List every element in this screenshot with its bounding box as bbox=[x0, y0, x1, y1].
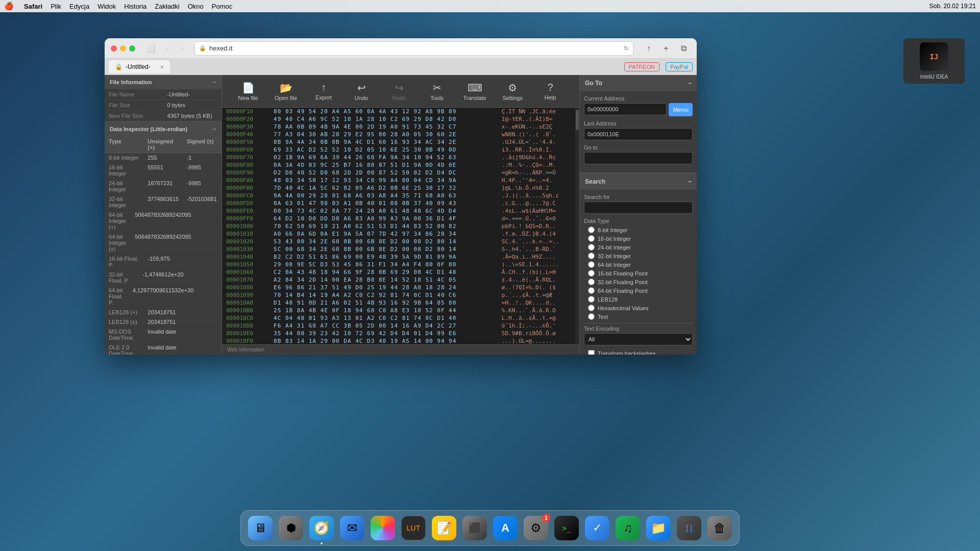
transform-backslashes-row[interactable]: Transform backslashes bbox=[584, 348, 693, 355]
radio-8bit-input[interactable] bbox=[588, 227, 595, 233]
export-button[interactable]: ↑ Export bbox=[306, 77, 341, 106]
radio-16float-input[interactable] bbox=[588, 270, 595, 277]
hex-bytes[interactable]: 49 40 C4 A6 9C 52 10 1A 28 10 C2 69 29 D… bbox=[272, 115, 500, 123]
minimize-button[interactable] bbox=[120, 45, 126, 52]
file-info-collapse[interactable]: − bbox=[212, 78, 216, 86]
radio-hex[interactable]: Hexadecimal Values bbox=[584, 304, 693, 312]
radio-32bit[interactable]: 32-bit Integer bbox=[584, 252, 693, 260]
sidebar-toggle-button[interactable]: ⬜ bbox=[143, 41, 158, 56]
hex-bytes[interactable]: C2 0A 43 48 18 94 66 9F 28 0B 69 29 08 4… bbox=[272, 268, 500, 276]
hex-bytes[interactable]: 53 43 00 34 2E 60 8B 00 6B 8E D2 00 08 D… bbox=[272, 238, 500, 245]
hex-bytes[interactable]: 0A 63 01 47 98 03 A1 0B 40 01 08 0B 37 4… bbox=[272, 199, 500, 207]
hex-bytes[interactable]: 25 1B 8A 4B 4E 0F 18 94 60 C0 A8 E3 10 5… bbox=[272, 307, 500, 314]
hex-bytes[interactable]: 00 34 73 4C 02 8A 77 24 28 A0 61 48 48 6… bbox=[272, 207, 500, 215]
radio-32bit-input[interactable] bbox=[588, 253, 595, 259]
radio-text[interactable]: Text bbox=[584, 312, 693, 321]
hex-bytes[interactable]: 02 1B 9A 69 6A 39 44 26 68 FA 9A 34 10 9… bbox=[272, 154, 500, 161]
apple-menu[interactable]: 🍎 bbox=[4, 2, 14, 11]
radio-leb128-input[interactable] bbox=[588, 296, 595, 303]
close-button[interactable] bbox=[111, 45, 117, 52]
tabs-overview-button[interactable]: ⧉ bbox=[676, 41, 691, 56]
paypal-button[interactable]: PayPal bbox=[666, 62, 693, 71]
hex-scroll-thumb[interactable] bbox=[576, 110, 579, 130]
hex-bytes[interactable]: A2 84 34 2D 14 00 EA 28 B0 8E 14 52 18 5… bbox=[272, 276, 500, 284]
search-input[interactable] bbox=[584, 202, 693, 214]
hex-bytes[interactable]: E6 96 86 21 37 51 49 D0 25 19 44 28 A0 1… bbox=[272, 284, 500, 291]
data-inspector-little-header[interactable]: Data Inspector (Little-endian) − bbox=[105, 122, 222, 136]
hex-bytes[interactable]: 77 A3 04 30 AB 28 29 E2 95 80 28 A0 05 3… bbox=[272, 131, 500, 138]
maximize-button[interactable] bbox=[129, 45, 135, 52]
back-button[interactable]: ‹ bbox=[162, 42, 174, 55]
dock-finder[interactable]: 🖥 bbox=[246, 514, 275, 542]
new-tab-button[interactable]: + bbox=[659, 41, 673, 56]
redo-button[interactable]: ↪ Redo bbox=[381, 77, 417, 106]
hex-bytes[interactable]: 0B 9A 4A 34 0B 8B 9A 4C D1 60 16 93 34 A… bbox=[272, 138, 500, 146]
hex-bytes[interactable]: D1 48 91 0D 21 A6 02 51 4B 93 16 92 9B 6… bbox=[272, 299, 500, 307]
menu-plik[interactable]: Plik bbox=[51, 3, 61, 10]
hex-bytes[interactable]: 0A 3A 4D 03 9C 25 B7 16 88 87 51 D1 9A 0… bbox=[272, 161, 500, 169]
hex-bytes[interactable]: 48 03 34 50 17 12 93 34 C0 99 A4 00 04 C… bbox=[272, 177, 500, 184]
hex-bytes[interactable]: 70 14 B4 14 19 A4 A2 C0 C2 92 81 74 0C D… bbox=[272, 291, 500, 299]
hex-bytes[interactable]: 4C 04 48 01 93 A3 13 01 A2 C0 C2 81 74 0… bbox=[272, 314, 500, 322]
menu-widok[interactable]: Widok bbox=[97, 3, 116, 10]
menu-pomoc[interactable]: Pomoc bbox=[212, 3, 232, 10]
radio-64bit[interactable]: 64-bit Integer bbox=[584, 260, 693, 269]
radio-hex-input[interactable] bbox=[588, 305, 595, 311]
tools-button[interactable]: ✂ Tools bbox=[419, 77, 455, 106]
settings-button[interactable]: ⚙ Settings bbox=[495, 77, 530, 106]
app-name[interactable]: Safari bbox=[24, 3, 42, 10]
hex-bytes[interactable]: 82 C2 D2 51 61 86 69 00 E9 48 39 5A 9D 8… bbox=[272, 253, 500, 261]
radio-8bit[interactable]: 8-bit Integer bbox=[584, 226, 693, 234]
open-file-button[interactable]: 📂 Open file bbox=[268, 77, 304, 106]
dock-ticktick[interactable]: ✓ bbox=[583, 514, 611, 542]
radio-leb128[interactable]: LEB128 bbox=[584, 295, 693, 304]
dock-scripts[interactable]: ⬛ bbox=[460, 514, 489, 542]
patreon-button[interactable]: PATREON bbox=[624, 62, 660, 71]
address-bar[interactable]: 🔒 hexed.it ↻ bbox=[194, 41, 633, 56]
memo-button[interactable]: Memo bbox=[669, 103, 693, 116]
undo-button[interactable]: ↩ Undo bbox=[344, 77, 379, 106]
dock-code[interactable]: [ ] bbox=[675, 514, 703, 542]
dock-notes[interactable]: 📝 bbox=[430, 514, 458, 542]
dock-spotify[interactable]: ♫ bbox=[614, 514, 642, 542]
radio-64float-input[interactable] bbox=[588, 287, 595, 294]
hex-bytes[interactable]: 8B 83 14 1A 29 00 DA 4C D3 40 19 A5 14 0… bbox=[272, 337, 500, 344]
help-button[interactable]: ? Help bbox=[532, 77, 568, 106]
hex-bytes[interactable]: 7D 40 4C 1A 5C 62 82 05 A6 D2 0B 6E 25 3… bbox=[272, 184, 500, 192]
radio-64bit-input[interactable] bbox=[588, 261, 595, 268]
hex-bytes[interactable]: 5C 00 68 34 2E 60 8B 00 6B 8E D2 00 08 D… bbox=[272, 245, 500, 253]
search-collapse[interactable]: − bbox=[688, 178, 692, 185]
dock-appstore[interactable]: A bbox=[491, 514, 520, 542]
dock-mail[interactable]: ✉ bbox=[338, 514, 366, 542]
transform-backslashes-checkbox[interactable] bbox=[588, 350, 595, 355]
hex-bytes[interactable]: A0 66 8A 6D 0A E1 9A 5A 07 7D 42 97 34 8… bbox=[272, 230, 500, 238]
hex-bytes[interactable]: 70 62 50 69 10 21 A0 62 51 53 D1 44 83 5… bbox=[272, 222, 500, 230]
refresh-button[interactable]: ↻ bbox=[624, 45, 629, 52]
dock-launchpad[interactable]: ⬢ bbox=[277, 514, 305, 542]
radio-24bit[interactable]: 24-bit Integer bbox=[584, 243, 693, 252]
hex-bytes[interactable]: 80 03 49 54 20 A4 A5 60 0A 4A 43 12 92 A… bbox=[272, 108, 500, 115]
text-encoding-select[interactable]: All bbox=[584, 333, 693, 345]
goto-collapse[interactable]: − bbox=[688, 80, 692, 87]
hex-bytes[interactable]: 35 44 08 39 23 42 18 72 69 42 D4 D4 01 D… bbox=[272, 330, 500, 337]
dock-safari[interactable]: 🧭 bbox=[307, 514, 336, 542]
dock-lut[interactable]: LUT bbox=[399, 514, 428, 542]
current-address-input[interactable] bbox=[584, 103, 667, 115]
hex-scrollbar[interactable] bbox=[575, 108, 579, 344]
menu-historia[interactable]: Historia bbox=[124, 3, 146, 10]
goto-input[interactable] bbox=[584, 152, 693, 164]
menu-edycja[interactable]: Edycja bbox=[69, 3, 89, 10]
file-info-header[interactable]: File Information − bbox=[105, 75, 222, 89]
hex-bytes[interactable]: 64 D2 10 D0 DD D8 A6 83 A0 99 A3 9A 00 3… bbox=[272, 215, 500, 222]
dock-trash[interactable]: 🗑 bbox=[705, 514, 734, 542]
hex-bytes[interactable]: 78 AA 0B 89 4B 9A 4E 00 2D 19 A0 91 73 4… bbox=[272, 123, 500, 131]
radio-16float[interactable]: 16-bit Floating Point bbox=[584, 269, 693, 278]
hex-bytes[interactable]: 9A 4A 00 29 28 01 68 A6 03 A8 A4 35 71 6… bbox=[272, 192, 500, 199]
forward-button[interactable]: › bbox=[176, 42, 188, 55]
dock-photos[interactable] bbox=[369, 514, 397, 542]
last-address-input[interactable] bbox=[584, 128, 693, 140]
hex-bytes[interactable]: 29 08 9E 5C D3 53 45 86 31 F1 34 A4 F4 8… bbox=[272, 261, 500, 268]
radio-32float[interactable]: 32-bit Floating Point bbox=[584, 278, 693, 286]
hex-bytes[interactable]: F6 A4 31 68 A7 CC 3B 05 2D 00 14 16 A9 D… bbox=[272, 322, 500, 330]
hex-table-container[interactable]: 00000F10 80 03 49 54 20 A4 A5 60 0A 4A 4… bbox=[222, 108, 575, 344]
